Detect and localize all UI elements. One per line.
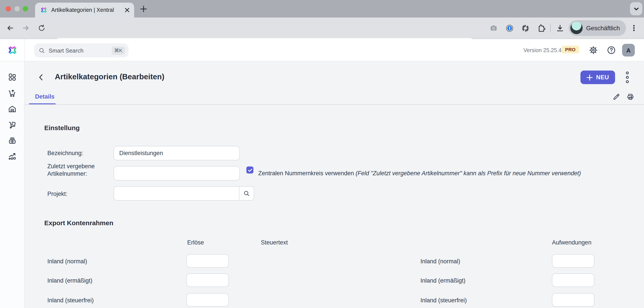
- aufwendungen-input-1[interactable]: [552, 254, 594, 268]
- search-shortcut-badge: ⌘K: [112, 46, 125, 54]
- browser-tab[interactable]: Artikelkategorien | Xentral: [35, 3, 134, 17]
- checkbox-label-note: (Feld "Zuletzt vergebene Artikelnummer" …: [356, 170, 581, 177]
- bezeichnung-label: Bezeichnung:: [47, 149, 83, 157]
- downloads-button[interactable]: [553, 21, 566, 35]
- plus-icon: [586, 74, 593, 80]
- page-kebab-menu-icon[interactable]: [625, 71, 630, 84]
- forward-button[interactable]: [19, 21, 32, 35]
- header-sidebar-divider: [24, 39, 25, 61]
- search-icon: [38, 47, 45, 54]
- col-erloese: Erlöse: [187, 239, 204, 246]
- tab-title: Artikelkategorien | Xentral: [51, 7, 124, 13]
- new-tab-icon[interactable]: [140, 6, 147, 12]
- artikelnummer-label: Zuletzt vergebene Artikelnummer:: [47, 163, 104, 177]
- nummernkreis-checkbox-label: Zentralen Nummernkreis verwenden (Feld "…: [258, 170, 581, 177]
- extensions-button[interactable]: [534, 21, 548, 35]
- browser-profile-button[interactable]: Geschäftlich: [568, 20, 626, 36]
- edit-pencil-icon[interactable]: [612, 93, 620, 101]
- col-aufwendungen: Aufwendungen: [552, 239, 592, 246]
- pro-badge: PRO: [562, 45, 579, 53]
- camera-icon: [490, 24, 498, 32]
- toolbar-divider: [550, 24, 550, 32]
- row-label-right: Inland (ermäßigt): [420, 277, 466, 284]
- aufwendungen-input-3[interactable]: [552, 293, 594, 307]
- version-label: Version 25.25.4: [524, 47, 562, 53]
- aufwendungen-input-2[interactable]: [552, 273, 594, 287]
- print-icon[interactable]: [626, 93, 634, 101]
- browser-toolbar: .xentral.biz/app/x1?module=artikelkatego…: [0, 17, 644, 39]
- browser-menu-icon[interactable]: [630, 24, 638, 31]
- puzzle-icon: [537, 24, 545, 32]
- row-label-left: Inland (steuerfrei): [47, 297, 94, 304]
- erloese-input-3[interactable]: [186, 293, 229, 307]
- projekt-label: Projekt:: [47, 190, 68, 198]
- xentral-favicon: [40, 6, 47, 13]
- analytics-icon[interactable]: [8, 152, 17, 161]
- artikelnummer-input[interactable]: [114, 166, 240, 181]
- export-heading: Export Kontenrahmen: [44, 219, 113, 227]
- back-icon: [6, 24, 14, 32]
- col-steuertext: Steuertext: [261, 239, 288, 246]
- page-title: Artikelkategorien (Bearbeiten): [55, 72, 164, 81]
- back-button[interactable]: [4, 21, 17, 35]
- tab-details[interactable]: Details: [35, 93, 54, 100]
- finance-icon[interactable]: [8, 136, 17, 145]
- row-label-left: Inland (ermäßigt): [47, 277, 92, 284]
- profile-name: Geschäftlich: [586, 24, 620, 31]
- traffic-minimize-button[interactable]: [14, 6, 20, 11]
- settings-gear-icon[interactable]: [589, 45, 598, 55]
- erloese-input-2[interactable]: [186, 273, 229, 287]
- browser-tabstrip: Artikelkategorien | Xentral: [0, 0, 644, 17]
- tab-close-icon[interactable]: [124, 7, 130, 13]
- burst-spinner-icon: [521, 24, 529, 32]
- traffic-close-button[interactable]: [6, 6, 11, 11]
- new-button[interactable]: NEU: [580, 70, 615, 84]
- einstellung-heading: Einstellung: [44, 124, 80, 131]
- burst-extension-button[interactable]: [518, 21, 532, 35]
- help-icon[interactable]: [607, 45, 616, 55]
- tab-search-button[interactable]: [630, 2, 642, 15]
- check-icon: [248, 168, 252, 172]
- reload-icon: [38, 24, 46, 32]
- sales-cart-icon[interactable]: [8, 89, 17, 98]
- warehouse-icon[interactable]: [8, 105, 17, 113]
- screenshot-extension-button[interactable]: [487, 21, 500, 35]
- row-label-right: Inland (normal): [420, 258, 460, 265]
- traffic-zoom-button[interactable]: [23, 6, 28, 11]
- projekt-search-button[interactable]: [239, 187, 254, 200]
- download-icon: [556, 24, 564, 32]
- projekt-input[interactable]: [114, 187, 239, 200]
- password-extension-button[interactable]: [503, 21, 516, 35]
- xentral-logo[interactable]: [8, 45, 18, 55]
- tabs-divider: [24, 104, 644, 105]
- reload-button[interactable]: [35, 21, 48, 35]
- smart-search-input[interactable]: Smart Search ⌘K: [34, 43, 128, 57]
- logistics-icon[interactable]: [8, 120, 17, 129]
- forward-icon: [22, 24, 30, 32]
- user-avatar[interactable]: A: [622, 44, 635, 56]
- erloese-input-1[interactable]: [186, 254, 229, 268]
- search-icon: [243, 190, 250, 197]
- app-sidebar: [0, 61, 24, 308]
- nummernkreis-checkbox[interactable]: [246, 166, 254, 174]
- dashboard-icon[interactable]: [8, 73, 17, 81]
- row-label-right: Inland (steuerfrei): [420, 297, 467, 304]
- new-button-label: NEU: [596, 74, 609, 81]
- bezeichnung-input[interactable]: [114, 146, 240, 160]
- row-label-left: Inland (normal): [47, 258, 87, 265]
- back-chevron-icon[interactable]: [38, 74, 44, 81]
- search-placeholder: Smart Search: [49, 47, 112, 54]
- onepassword-icon: [505, 24, 514, 32]
- projekt-field-group: [114, 186, 254, 201]
- profile-avatar: [570, 22, 582, 34]
- chevron-down-icon: [633, 6, 639, 11]
- checkbox-label-text: Zentralen Nummernkreis verwenden: [258, 170, 354, 177]
